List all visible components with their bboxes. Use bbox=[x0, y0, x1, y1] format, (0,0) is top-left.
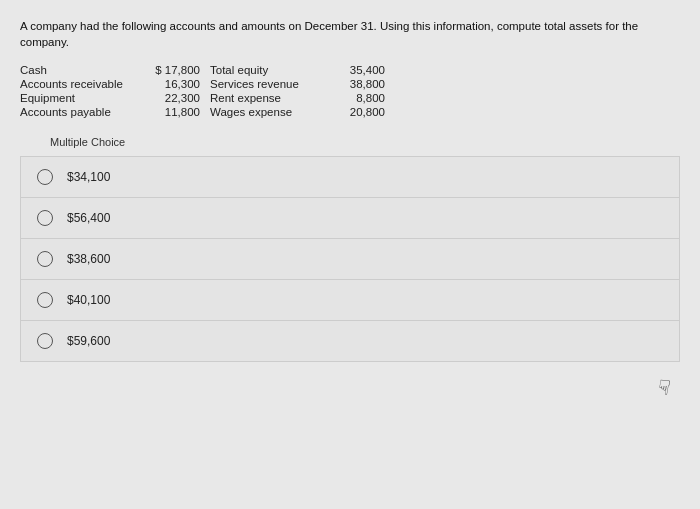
radio-circle-D bbox=[37, 292, 53, 308]
radio-circle-A bbox=[37, 169, 53, 185]
left-label-2: Equipment bbox=[20, 92, 150, 104]
right-label-1: Services revenue bbox=[210, 78, 330, 90]
left-values: $ 17,80016,30022,30011,800 bbox=[150, 64, 210, 118]
right-label-0: Total equity bbox=[210, 64, 330, 76]
left-value-3: 11,800 bbox=[150, 106, 200, 118]
accounts-table: CashAccounts receivableEquipmentAccounts… bbox=[20, 64, 680, 118]
option-row-E[interactable]: $59,600 bbox=[20, 320, 680, 362]
option-row-B[interactable]: $56,400 bbox=[20, 197, 680, 238]
option-value-E: $59,600 bbox=[67, 334, 110, 348]
right-label-2: Rent expense bbox=[210, 92, 330, 104]
right-label-3: Wages expense bbox=[210, 106, 330, 118]
radio-circle-B bbox=[37, 210, 53, 226]
radio-circle-C bbox=[37, 251, 53, 267]
left-label-1: Accounts receivable bbox=[20, 78, 150, 90]
right-value-1: 38,800 bbox=[330, 78, 385, 90]
option-row-C[interactable]: $38,600 bbox=[20, 238, 680, 279]
left-label-0: Cash bbox=[20, 64, 150, 76]
option-value-B: $56,400 bbox=[67, 211, 110, 225]
left-labels: CashAccounts receivableEquipmentAccounts… bbox=[20, 64, 150, 118]
left-value-1: 16,300 bbox=[150, 78, 200, 90]
option-value-C: $38,600 bbox=[67, 252, 110, 266]
options-container: $34,100$56,400$38,600$40,100$59,600 bbox=[20, 156, 680, 362]
section-label: Multiple Choice bbox=[20, 136, 680, 148]
question-text: A company had the following accounts and… bbox=[20, 18, 680, 50]
right-values: 35,40038,8008,80020,800 bbox=[330, 64, 385, 118]
cursor-icon: ☟ bbox=[656, 374, 672, 400]
right-value-0: 35,400 bbox=[330, 64, 385, 76]
left-value-2: 22,300 bbox=[150, 92, 200, 104]
left-value-0: $ 17,800 bbox=[150, 64, 200, 76]
option-value-A: $34,100 bbox=[67, 170, 110, 184]
right-value-2: 8,800 bbox=[330, 92, 385, 104]
option-row-A[interactable]: $34,100 bbox=[20, 156, 680, 197]
right-labels: Total equityServices revenueRent expense… bbox=[210, 64, 330, 118]
right-value-3: 20,800 bbox=[330, 106, 385, 118]
option-row-D[interactable]: $40,100 bbox=[20, 279, 680, 320]
left-label-3: Accounts payable bbox=[20, 106, 150, 118]
radio-circle-E bbox=[37, 333, 53, 349]
option-value-D: $40,100 bbox=[67, 293, 110, 307]
